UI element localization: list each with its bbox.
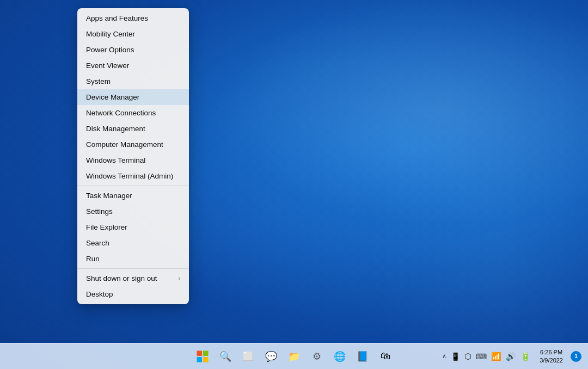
svg-rect-1 <box>203 350 209 356</box>
menu-item-disk-management[interactable]: Disk Management <box>77 121 189 137</box>
start-button[interactable] <box>193 347 212 366</box>
svg-rect-0 <box>197 350 203 356</box>
menu-item-search[interactable]: Search <box>77 235 189 251</box>
settings-taskbar-button[interactable]: ⚙ <box>307 347 327 366</box>
menu-item-network-connections[interactable]: Network Connections <box>77 105 189 121</box>
clock-time: 6:26 PM <box>540 348 562 356</box>
menu-item-device-manager[interactable]: Device Manager <box>77 89 189 105</box>
search-taskbar-button[interactable]: 🔍 <box>216 347 235 366</box>
menu-item-run[interactable]: Run <box>77 251 189 267</box>
menu-separator <box>77 186 189 186</box>
store-button[interactable]: 🛍 <box>376 347 395 366</box>
battery-icon[interactable]: 🔋 <box>519 350 532 362</box>
submenu-chevron-icon: › <box>179 275 180 281</box>
system-tray: ∧ 📱 ⬡ ⌨ 📶 🔊 🔋 6:26 PM 3/9/2022 1 <box>441 343 581 369</box>
menu-item-label-system: System <box>86 77 111 85</box>
menu-item-label-shut-down: Shut down or sign out <box>86 274 157 282</box>
menu-item-settings[interactable]: Settings <box>77 204 189 219</box>
menu-item-label-network-connections: Network Connections <box>86 109 156 117</box>
menu-item-task-manager[interactable]: Task Manager <box>77 188 189 204</box>
keyboard-icon[interactable]: ⌨ <box>475 351 488 362</box>
clock[interactable]: 6:26 PM 3/9/2022 <box>536 347 566 365</box>
menu-item-label-mobility-center: Mobility Center <box>86 30 135 38</box>
volume-icon[interactable]: 🔊 <box>505 350 517 362</box>
file-explorer-button[interactable]: 📁 <box>284 347 304 366</box>
menu-item-label-event-viewer: Event Viewer <box>86 61 129 70</box>
notification-badge[interactable]: 1 <box>571 351 581 362</box>
menu-item-label-desktop: Desktop <box>86 290 113 298</box>
menu-item-label-power-options: Power Options <box>86 46 134 54</box>
menu-item-windows-terminal-admin[interactable]: Windows Terminal (Admin) <box>77 168 189 184</box>
edge-button[interactable]: 🌐 <box>330 347 350 366</box>
menu-separator <box>77 268 189 269</box>
bluetooth-icon[interactable]: ⬡ <box>463 350 473 362</box>
tray-chevron[interactable]: ∧ <box>441 352 448 361</box>
menu-item-label-computer-management: Computer Management <box>86 140 163 149</box>
menu-item-desktop[interactable]: Desktop <box>77 286 189 302</box>
menu-item-label-search: Search <box>86 239 109 247</box>
menu-item-power-options[interactable]: Power Options <box>77 42 189 58</box>
taskbar-center: 🔍 ⬜ 💬 📁 ⚙ 🌐 📘 🛍 <box>193 347 395 366</box>
menu-item-shut-down[interactable]: Shut down or sign out› <box>77 270 189 286</box>
menu-item-mobility-center[interactable]: Mobility Center <box>77 26 189 42</box>
sway-button[interactable]: 📘 <box>353 347 372 366</box>
menu-item-label-file-explorer: File Explorer <box>86 223 127 231</box>
phone-link-icon[interactable]: 📱 <box>450 351 461 362</box>
menu-item-event-viewer[interactable]: Event Viewer <box>77 58 189 73</box>
menu-item-apps-features[interactable]: Apps and Features <box>77 10 189 26</box>
menu-item-computer-management[interactable]: Computer Management <box>77 137 189 152</box>
menu-item-label-windows-terminal: Windows Terminal <box>86 156 145 164</box>
taskbar: 🔍 ⬜ 💬 📁 ⚙ 🌐 📘 🛍 ∧ 📱 ⬡ ⌨ 📶 <box>0 343 588 369</box>
menu-item-label-task-manager: Task Manager <box>86 192 132 200</box>
menu-item-label-settings: Settings <box>86 207 113 216</box>
svg-rect-3 <box>203 357 209 362</box>
menu-item-label-device-manager: Device Manager <box>86 93 139 101</box>
tray-icons: ∧ 📱 ⬡ ⌨ 📶 🔊 🔋 <box>441 350 532 362</box>
clock-date: 3/9/2022 <box>540 356 563 364</box>
menu-item-windows-terminal[interactable]: Windows Terminal <box>77 152 189 168</box>
menu-item-label-apps-features: Apps and Features <box>86 14 148 22</box>
svg-rect-2 <box>197 357 203 362</box>
menu-item-system[interactable]: System <box>77 73 189 89</box>
menu-item-file-explorer[interactable]: File Explorer <box>77 219 189 235</box>
menu-item-label-disk-management: Disk Management <box>86 125 145 133</box>
taskview-button[interactable]: ⬜ <box>238 347 258 366</box>
menu-item-label-windows-terminal-admin: Windows Terminal (Admin) <box>86 172 173 180</box>
teams-chat-button[interactable]: 💬 <box>261 347 281 366</box>
wifi-icon[interactable]: 📶 <box>490 350 503 362</box>
menu-item-label-run: Run <box>86 255 100 263</box>
context-menu: Apps and FeaturesMobility CenterPower Op… <box>77 8 189 304</box>
